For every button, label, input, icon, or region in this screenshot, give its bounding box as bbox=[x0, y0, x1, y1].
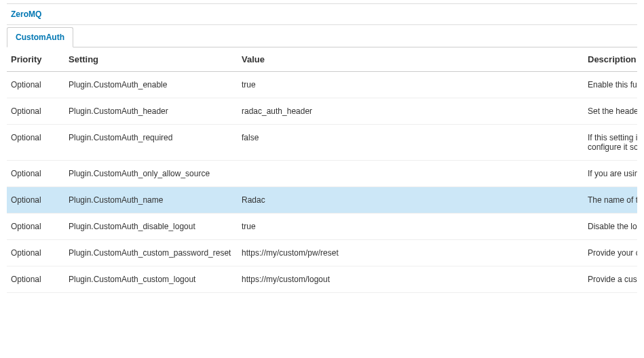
cell-description: If you are using a proxy url as a valid … bbox=[584, 161, 637, 187]
table-row[interactable]: OptionalPlugin.CustomAuth_nameRadacThe n… bbox=[7, 187, 637, 214]
cell-setting: Plugin.CustomAuth_enable bbox=[64, 72, 238, 98]
cell-value: Radac bbox=[238, 187, 584, 214]
col-header-value: Value bbox=[238, 47, 584, 72]
cell-priority: Optional bbox=[7, 161, 64, 187]
cell-setting: Plugin.CustomAuth_disable_logout bbox=[64, 214, 238, 240]
cell-value bbox=[238, 161, 584, 187]
cell-value: true bbox=[238, 214, 584, 240]
cell-priority: Optional bbox=[7, 214, 64, 240]
cell-value: https://my/custom/pw/reset bbox=[238, 240, 584, 266]
cell-setting: Plugin.CustomAuth_name bbox=[64, 187, 238, 214]
table-row[interactable]: OptionalPlugin.CustomAuth_custom_passwor… bbox=[7, 240, 637, 266]
cell-priority: Optional bbox=[7, 125, 64, 161]
cell-setting: Plugin.CustomAuth_required bbox=[64, 125, 238, 161]
cell-value: https://my/custom/logout bbox=[238, 266, 584, 293]
cell-description: The name of the authentication creation … bbox=[584, 187, 637, 214]
table-row[interactable]: OptionalPlugin.CustomAuth_enabletrueEnab… bbox=[7, 72, 637, 98]
cell-setting: Plugin.CustomAuth_custom_logout bbox=[64, 266, 238, 293]
col-header-setting: Setting bbox=[64, 47, 238, 72]
table-row[interactable]: OptionalPlugin.CustomAuth_custom_logouth… bbox=[7, 266, 637, 293]
tab-customauth[interactable]: CustomAuth bbox=[7, 27, 73, 47]
col-header-priority: Priority bbox=[7, 47, 64, 72]
table-row[interactable]: OptionalPlugin.CustomAuth_disable_logout… bbox=[7, 214, 637, 240]
cell-description: Provide your custom reset their pass bbox=[584, 240, 637, 266]
cell-description: Enable this functionality to authenticat… bbox=[584, 72, 637, 98]
table-row[interactable]: OptionalPlugin.CustomAuth_only_allow_sou… bbox=[7, 161, 637, 187]
cell-description: If this setting is enabled Altnertativel… bbox=[584, 125, 637, 161]
cell-value: radac_auth_header bbox=[238, 98, 584, 125]
settings-table-wrapper: Priority Setting Value Description Optio… bbox=[7, 47, 637, 293]
cell-priority: Optional bbox=[7, 72, 64, 98]
cell-description: Set the header that you want to use for … bbox=[584, 98, 637, 125]
cell-description: Disable the logo bbox=[584, 214, 637, 240]
table-row[interactable]: OptionalPlugin.CustomAuth_headerradac_au… bbox=[7, 98, 637, 125]
cell-priority: Optional bbox=[7, 187, 64, 214]
cell-priority: Optional bbox=[7, 240, 64, 266]
cell-priority: Optional bbox=[7, 266, 64, 293]
tab-bar: CustomAuth bbox=[7, 26, 637, 47]
cell-value: true bbox=[238, 72, 584, 98]
cell-setting: Plugin.CustomAuth_only_allow_source bbox=[64, 161, 238, 187]
cell-setting: Plugin.CustomAuth_header bbox=[64, 98, 238, 125]
settings-table: Priority Setting Value Description Optio… bbox=[7, 47, 637, 293]
table-row[interactable]: OptionalPlugin.CustomAuth_requiredfalseI… bbox=[7, 125, 637, 161]
cell-description: Provide a custom system you use bbox=[584, 266, 637, 293]
cell-priority: Optional bbox=[7, 98, 64, 125]
col-header-description: Description bbox=[584, 47, 637, 72]
cell-value: false bbox=[238, 125, 584, 161]
section-link-zeromq[interactable]: ZeroMQ bbox=[7, 3, 637, 25]
table-header-row: Priority Setting Value Description bbox=[7, 47, 637, 72]
cell-setting: Plugin.CustomAuth_custom_password_reset bbox=[64, 240, 238, 266]
